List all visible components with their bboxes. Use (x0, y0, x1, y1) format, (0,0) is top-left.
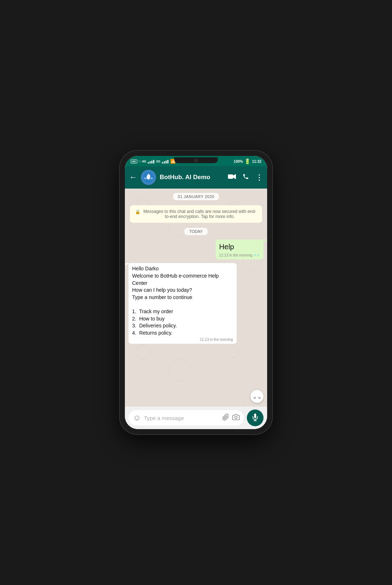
bot-option-4: 4. Returns policy. (132, 330, 233, 337)
bot-welcome: Welcome to BotHub e-commerce Help Center (132, 273, 233, 287)
bot-instruction: Type a number to continue (132, 294, 233, 301)
check-marks-icon: ✓✓ (253, 253, 260, 258)
camera-button[interactable] (232, 413, 240, 423)
encryption-text: Messages to this chat and calls are now … (143, 209, 257, 219)
svg-rect-5 (228, 174, 233, 179)
network-hd: HD (131, 160, 137, 164)
bar3 (151, 161, 152, 164)
bot-option-1: 1. Track my order (132, 308, 233, 315)
bubble-meta: 11:13 in the morning (132, 337, 233, 342)
sent-bubble: Help 11:13 in the morning ✓✓ (216, 239, 264, 259)
date-badge: 31 JANUARY 2020 (173, 193, 219, 200)
scroll-down-button[interactable]: ⌄⌄ (250, 390, 264, 403)
svg-marker-6 (233, 174, 236, 179)
chat-area: 31 JANUARY 2020 🔒 Messages to this chat … (125, 189, 267, 407)
bar4 (153, 160, 154, 164)
chat-name: BotHub. AI Demo (160, 174, 224, 181)
battery-percentage: 100% (234, 160, 243, 164)
chevron-down-icon: ⌄⌄ (252, 393, 262, 400)
bar2 (150, 161, 151, 164)
avatar[interactable]: bothub (141, 170, 156, 185)
bar3 (166, 161, 167, 164)
bar1 (162, 162, 163, 164)
today-label-container: TODAY (128, 228, 264, 235)
today-badge: TODAY (184, 228, 208, 235)
message-input-container: ☺ Type a message (128, 410, 244, 425)
back-button[interactable]: ← (129, 173, 137, 182)
message-row: Help 11:13 in the morning ✓✓ (128, 239, 264, 259)
bot-greeting: Hello Darko (132, 265, 233, 273)
bar1 (148, 162, 149, 164)
status-right: 100% 🔋 11:32 (234, 158, 261, 164)
message-time: 11:13 in the morning (219, 253, 252, 258)
message-text: Help (219, 243, 234, 251)
emoji-button[interactable]: ☺ (133, 413, 141, 423)
message-time: 11:13 in the morning (200, 337, 233, 342)
voice-button[interactable] (247, 410, 264, 426)
signal-bars-1 (148, 159, 155, 164)
signal-bars-2 (162, 159, 169, 164)
phone-call-icon[interactable] (242, 173, 249, 182)
phone-camera (194, 159, 198, 162)
status-left: HD □ 4G 2G 📶 (131, 159, 176, 164)
bot-question: How can I help you today? (132, 287, 233, 294)
more-options-icon[interactable]: ⋮ (256, 174, 263, 181)
video-call-icon[interactable] (228, 174, 236, 181)
bot-option-3: 3. Deliveries policy. (132, 322, 233, 330)
input-bar: ☺ Type a message (125, 407, 267, 429)
phone-frame: HD □ 4G 2G 📶 100% (120, 151, 272, 434)
avatar-logo: bothub (143, 172, 154, 183)
network-indicator: □ (139, 160, 140, 163)
svg-point-7 (235, 416, 237, 419)
bar2 (164, 161, 165, 164)
chat-header: ← bothub BotHub. AI Demo (125, 166, 267, 189)
microphone-icon (251, 413, 259, 423)
date-label-container: 31 JANUARY 2020 (128, 193, 264, 200)
clock: 11:32 (252, 160, 261, 164)
bubble-meta: 11:13 in the morning ✓✓ (219, 253, 260, 258)
header-icons: ⋮ (228, 173, 263, 182)
signal-2g: 2G (156, 160, 160, 163)
encryption-notice[interactable]: 🔒 Messages to this chat and calls are no… (130, 205, 262, 223)
signal-4g: 4G (142, 160, 146, 163)
battery-icon: 🔋 (244, 158, 250, 164)
received-bubble: Hello Darko Welcome to BotHub e-commerce… (128, 263, 237, 344)
message-input[interactable]: Type a message (144, 415, 219, 421)
message-text: Hello Darko Welcome to BotHub e-commerce… (132, 265, 233, 336)
bar4 (167, 160, 168, 164)
attachment-button[interactable] (222, 413, 229, 423)
bot-option-2: 2. How to buy (132, 315, 233, 323)
message-row: Hello Darko Welcome to BotHub e-commerce… (128, 263, 264, 344)
phone-screen: HD □ 4G 2G 📶 100% (125, 156, 267, 429)
lock-icon: 🔒 (135, 209, 140, 214)
header-info: BotHub. AI Demo (160, 174, 224, 181)
